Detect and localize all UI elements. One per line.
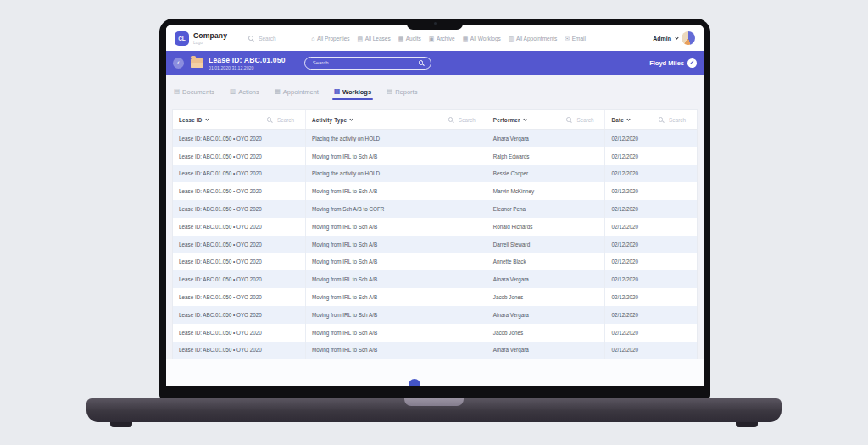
tab-documents[interactable]: Documents [174,88,214,96]
column-search-input[interactable] [275,116,299,124]
nav-archive[interactable]: Archive [429,36,455,42]
tab-appointment[interactable]: Appointment [275,88,319,96]
cell-date: 02/12/2020 [605,236,697,253]
cell-date: 02/12/2020 [605,324,697,342]
column-search-input[interactable] [575,116,598,124]
lease-search-input[interactable] [311,59,415,66]
cell-performer: Ainara Vergara [487,342,606,359]
search-icon [266,116,273,123]
nav-all-appointments[interactable]: All Appointments [509,36,558,42]
folder-icon [191,58,203,68]
cell-activity-type: Placing the activity on HOLD [306,165,487,183]
cell-performer: Annette Black [487,253,606,271]
worklogs-table: Lease ID Activity Type [172,109,698,359]
cell-lease-id: Lease ID: ABC.01.050 • OYO 2020 [173,253,306,271]
tab-actions[interactable]: Actions [230,88,259,96]
lease-info: Lease ID: ABC.01.050 01.01.2020 31.12.20… [209,56,286,70]
cell-lease-id: Lease ID: ABC.01.050 • OYO 2020 [173,342,306,359]
cell-performer: Ralph Edwards [487,147,606,165]
navbar-item-icon [463,36,469,42]
column-sort-label[interactable]: Performer [493,117,520,123]
edit-icon[interactable] [687,58,697,68]
table-body: Lease ID: ABC.01.050 • OYO 2020 Placing … [173,130,697,359]
chevron-down-icon[interactable] [626,117,630,120]
navbar-search [248,35,298,42]
column-header-date: Date [605,110,697,129]
navbar-item-label: All Appointments [516,36,557,42]
table-row: Lease ID: ABC.01.050 • OYO 2020 Moving f… [173,218,697,236]
nav-all-leases[interactable]: All Leases [358,36,391,42]
company-logo[interactable]: CL Company Logo [175,31,227,46]
camera-icon [434,22,437,25]
assignee: Floyd Miles [649,58,697,68]
column-search-input[interactable] [667,116,691,124]
cell-activity-type: Moving from IRL to Sch A/B [306,306,487,324]
cell-activity-type: Moving from IRL to Sch A/B [306,218,487,236]
app-screen: CL Company Logo All Properties [166,25,704,386]
navbar-item-icon [509,36,515,42]
cell-lease-id: Lease ID: ABC.01.050 • OYO 2020 [173,200,306,218]
laptop-lid: CL Company Logo All Properties [159,19,710,398]
cell-performer: Ainara Vergara [487,130,606,147]
table-row: Lease ID: ABC.01.050 • OYO 2020 Moving f… [173,200,697,218]
chevron-down-icon [675,36,678,39]
cell-date: 02/12/2020 [605,130,697,147]
table-row: Lease ID: ABC.01.050 • OYO 2020 Moving f… [173,236,697,253]
cell-lease-id: Lease ID: ABC.01.050 • OYO 2020 [173,306,306,324]
logo-subtitle: Logo [193,40,227,45]
cell-performer: Ainara Vergara [487,306,606,324]
tab-label: Reports [395,88,417,96]
cell-date: 02/12/2020 [605,218,697,236]
tab-icon [387,88,392,95]
chevron-down-icon[interactable] [523,117,526,120]
laptop-thumb-scoop [404,398,464,406]
navbar-item-label: All Worklogs [470,36,501,42]
navbar-item-icon [429,36,435,42]
nav-email[interactable]: Email [565,36,586,42]
cell-date: 02/12/2020 [605,342,697,359]
cell-date: 02/12/2020 [605,306,697,324]
search-icon [448,116,454,123]
navbar-item-label: All Leases [365,36,391,42]
assignee-name: Floyd Miles [649,59,684,67]
table-row: Lease ID: ABC.01.050 • OYO 2020 Moving f… [173,306,697,324]
cell-lease-id: Lease ID: ABC.01.050 • OYO 2020 [173,236,306,253]
tab-worklogs[interactable]: Worklogs [334,88,371,96]
lease-date-range: 01.01.2020 31.12.2020 [209,65,286,70]
cell-performer: Ainara Vergara [487,270,606,288]
navbar-item-icon [311,36,314,42]
admin-menu[interactable]: Admin [653,31,695,45]
column-sort-label[interactable]: Lease ID [179,117,203,123]
nav-all-worklogs[interactable]: All Worklogs [463,36,501,42]
cell-performer: Darrell Steward [487,236,606,253]
column-sort-label[interactable]: Date [611,117,623,123]
navbar-search-input[interactable] [257,35,298,42]
tab-reports[interactable]: Reports [387,88,417,96]
navbar-item-label: Audits [406,36,421,42]
nav-all-properties[interactable]: All Properties [311,36,349,42]
cell-date: 02/12/2020 [605,182,697,200]
column-header-performer: Performer [487,110,606,129]
table-row: Lease ID: ABC.01.050 • OYO 2020 Moving f… [173,182,697,200]
column-sort-label[interactable]: Activity Type [312,117,347,123]
cell-performer: Eleanor Pena [487,200,606,218]
chevron-down-icon[interactable] [350,117,353,120]
back-button[interactable]: ‹ [173,58,184,69]
tab-bar: Documents Actions Appointment Wo [174,85,698,98]
chevron-down-icon[interactable] [205,117,209,120]
column-search-input[interactable] [457,116,481,124]
cell-date: 02/12/2020 [605,200,697,218]
main-content: Documents Actions Appointment Wo [166,75,704,386]
nav-audits[interactable]: Audits [398,36,421,42]
cell-activity-type: Moving from Sch A/B to COFR [306,200,487,218]
cell-activity-type: Placing the activity on HOLD [306,130,487,147]
tab-icon [275,88,281,95]
logo-badge-icon: CL [175,31,189,46]
cell-lease-id: Lease ID: ABC.01.050 • OYO 2020 [173,147,306,165]
cell-activity-type: Moving from IRL to Sch A/B [306,288,487,306]
laptop-base [86,398,782,422]
avatar[interactable] [682,31,695,45]
tab-icon [334,88,340,95]
tab-label: Worklogs [342,88,371,96]
search-icon [248,35,254,42]
